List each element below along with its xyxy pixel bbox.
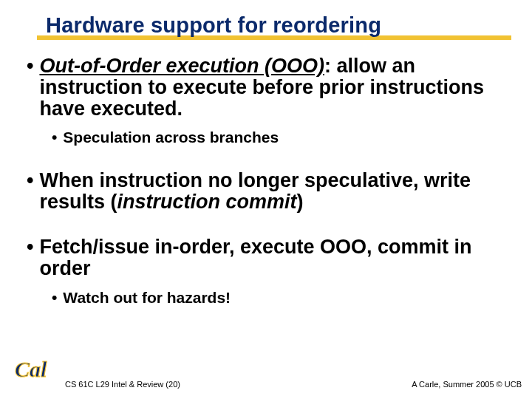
bullet-text: Watch out for hazards! (63, 289, 231, 307)
cal-logo-text: Cal (15, 357, 47, 381)
bullet-glyph: • (27, 236, 33, 257)
body: • Out-of-Order execution (OOO): allow an… (0, 38, 532, 306)
bullet-text: When instruction no longer speculative, … (39, 170, 505, 213)
cal-logo-svg: Cal (13, 355, 58, 384)
bullet-glyph: • (27, 170, 33, 191)
bullet-commit: • When instruction no longer speculative… (27, 170, 505, 213)
bullet-text: Out-of-Order execution (OOO): allow an i… (39, 55, 505, 120)
title-area: Hardware support for reordering (0, 0, 532, 38)
cal-logo: Cal (13, 355, 58, 387)
slide-title: Hardware support for reordering (46, 13, 532, 38)
commit-post: ) (297, 191, 304, 213)
footer-left: CS 61C L29 Intel & Review (20) (65, 380, 180, 389)
bullet-text: Speculation across branches (63, 129, 279, 146)
spacer (27, 146, 505, 163)
bullet-text: Fetch/issue in-order, execute OOO, commi… (39, 236, 505, 279)
commit-ital: instruction commit (117, 191, 297, 213)
bullet-glyph: • (52, 129, 57, 146)
bullet-glyph: • (27, 55, 33, 76)
bullet-glyph: • (52, 289, 57, 306)
footer: Cal CS 61C L29 Intel & Review (20) A Car… (0, 352, 532, 393)
footer-right: A Carle, Summer 2005 © UCB (412, 380, 522, 389)
ooo-lead: Out-of-Order execution (OOO) (39, 55, 324, 77)
bullet-ooo: • Out-of-Order execution (OOO): allow an… (27, 55, 505, 120)
bullet-speculation: • Speculation across branches (52, 129, 505, 146)
bullet-inorder: • Fetch/issue in-order, execute OOO, com… (27, 236, 505, 279)
slide: Hardware support for reordering • Out-of… (0, 0, 532, 399)
bullet-hazards: • Watch out for hazards! (52, 289, 505, 307)
spacer (27, 213, 505, 229)
